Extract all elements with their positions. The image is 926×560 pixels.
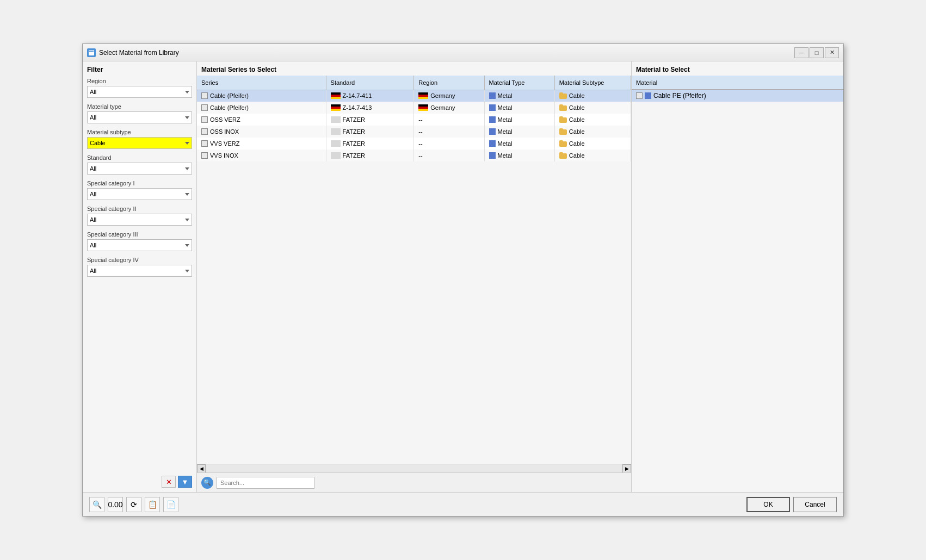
maximize-button[interactable]: □ (810, 47, 824, 58)
horizontal-scrollbar[interactable]: ◀ ▶ (197, 464, 631, 472)
special-cat2-filter-group: Special category II All (87, 206, 192, 226)
material-subtype-cell: Cable (554, 114, 631, 126)
col-standard: Standard (326, 76, 414, 90)
region-cell: -- (414, 138, 484, 150)
properties-tool-button[interactable]: 📋 (145, 497, 160, 512)
value-tool-button[interactable]: 0.00 (108, 497, 123, 512)
series-table: Series Standard Region Material Type Mat… (197, 76, 631, 161)
row-checkbox[interactable] (201, 92, 208, 99)
material-type-icon (489, 104, 496, 111)
material-panel: Material to Select Material Cable PE (Pf… (631, 61, 843, 492)
series-search-input[interactable] (217, 477, 314, 489)
region-name: -- (418, 128, 422, 135)
material-type-cell: Metal (484, 102, 554, 114)
series-cell: Cable (Pfeifer) (197, 102, 326, 114)
minimize-button[interactable]: ─ (794, 47, 808, 58)
region-select[interactable]: All (87, 86, 192, 98)
special-cat3-select[interactable]: All (87, 239, 192, 251)
table-row[interactable]: Cable (Pfeifer)Z-14.7-413GermanyMetalCab… (197, 102, 631, 114)
scroll-track[interactable] (206, 464, 622, 472)
material-subtype-cell: Cable (554, 90, 631, 102)
search-tool-button[interactable]: 🔍 (89, 497, 104, 512)
title-bar-buttons: ─ □ ✕ (794, 47, 839, 58)
folder-icon (559, 152, 567, 159)
table-row[interactable]: VVS VERZFATZER--MetalCable (197, 138, 631, 150)
standard-name: FATZER (343, 128, 365, 135)
clear-filter-button[interactable]: ✕ (162, 476, 176, 488)
region-filter-group: Region All (87, 78, 192, 98)
filter-icon: ▼ (182, 478, 189, 486)
material-type-name: Metal (498, 152, 513, 159)
bottom-toolbar: 🔍 0.00 ⟳ 📋 📄 OK Cancel (83, 492, 843, 516)
special-cat2-select[interactable]: All (87, 214, 192, 226)
material-type-icon (489, 116, 496, 123)
series-name: OSS VERZ (210, 116, 240, 123)
standard-cell: FATZER (326, 114, 414, 126)
table-row[interactable]: OSS VERZFATZER--MetalCable (197, 114, 631, 126)
row-checkbox[interactable] (201, 128, 208, 135)
standard-name: Z-14.7-411 (343, 92, 372, 99)
close-button[interactable]: ✕ (825, 47, 839, 58)
material-type-select[interactable]: All (87, 111, 192, 123)
material-column-header: Material (632, 76, 843, 90)
filter-action-buttons: ✕ ▼ (87, 471, 192, 488)
row-checkbox[interactable] (201, 116, 208, 123)
row-checkbox[interactable] (201, 104, 208, 111)
material-subtype-filter-group: Material subtype Cable (87, 129, 192, 149)
cancel-button[interactable]: Cancel (793, 497, 837, 512)
series-table-header-row: Series Standard Region Material Type Mat… (197, 76, 631, 90)
col-material-type: Material Type (484, 76, 554, 90)
standard-filter-group: Standard All (87, 154, 192, 175)
region-name: -- (418, 116, 422, 123)
material-list: Cable PE (Pfeifer) (632, 90, 843, 492)
folder-icon (559, 104, 567, 111)
table-row[interactable]: OSS INOXFATZER--MetalCable (197, 126, 631, 138)
material-type-icon (489, 140, 496, 147)
material-type-label: Material type (87, 103, 192, 110)
special-cat1-select[interactable]: All (87, 188, 192, 200)
search-icon-button[interactable]: 🔍 (201, 477, 213, 489)
ok-button[interactable]: OK (746, 497, 790, 512)
table-row[interactable]: Cable (Pfeifer)Z-14.7-411GermanyMetalCab… (197, 90, 631, 102)
material-panel-header: Material to Select (632, 61, 843, 76)
material-type-name: Metal (498, 116, 513, 123)
special-cat3-label: Special category III (87, 231, 192, 238)
no-flag-icon (331, 140, 341, 147)
series-search-bar: 🔍 (197, 472, 631, 492)
region-flag-icon (418, 104, 428, 111)
apply-filter-button[interactable]: ▼ (178, 476, 192, 488)
special-cat4-select[interactable]: All (87, 265, 192, 277)
standard-name: Z-14.7-413 (343, 104, 372, 111)
material-subtype-name: Cable (569, 92, 585, 99)
special-cat4-filter-group: Special category IV All (87, 257, 192, 277)
scroll-left-arrow[interactable]: ◀ (197, 464, 206, 473)
region-flag-icon (418, 92, 428, 99)
no-flag-icon (331, 128, 341, 135)
series-table-scroll[interactable]: Series Standard Region Material Type Mat… (197, 76, 631, 464)
row-checkbox[interactable] (201, 152, 208, 159)
series-name: VVS VERZ (210, 140, 239, 147)
german-flag-icon (331, 104, 341, 111)
standard-cell: Z-14.7-413 (326, 102, 414, 114)
table-row[interactable]: VVS INOXFATZER--MetalCable (197, 150, 631, 161)
region-name: -- (418, 140, 422, 147)
material-type-name: Metal (498, 92, 513, 99)
material-type-icon (489, 152, 496, 159)
row-checkbox[interactable] (201, 140, 208, 147)
material-subtype-select[interactable]: Cable (87, 137, 192, 149)
material-subtype-label: Material subtype (87, 129, 192, 135)
standard-cell: FATZER (326, 126, 414, 138)
region-cell: Germany (414, 102, 484, 114)
series-panel-header: Material Series to Select (197, 61, 631, 76)
special-cat2-label: Special category II (87, 206, 192, 212)
series-name: OSS INOX (210, 128, 239, 135)
filter-panel: Filter Region All Material type All Mate… (83, 61, 197, 492)
standard-cell: Z-14.7-411 (326, 90, 414, 102)
copy-tool-button[interactable]: 📄 (163, 497, 178, 512)
special-cat1-filter-group: Special category I All (87, 180, 192, 200)
standard-select[interactable]: All (87, 163, 192, 175)
list-item[interactable]: Cable PE (Pfeifer) (632, 90, 843, 102)
scroll-right-arrow[interactable]: ▶ (622, 464, 631, 473)
refresh-tool-button[interactable]: ⟳ (126, 497, 141, 512)
series-cell: VVS VERZ (197, 138, 326, 150)
